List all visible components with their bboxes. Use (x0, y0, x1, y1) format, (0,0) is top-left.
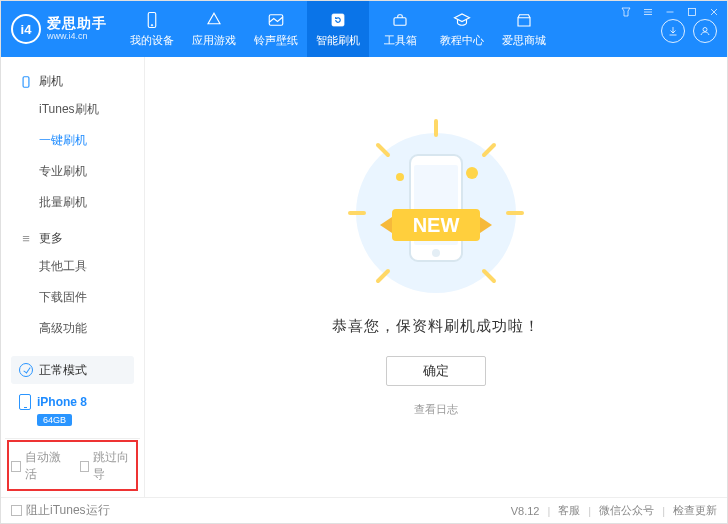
ok-button[interactable]: 确定 (386, 356, 486, 386)
tab-store[interactable]: 爱思商城 (493, 1, 555, 57)
toolbox-icon (391, 11, 409, 29)
brand-logo-icon: i4 (11, 14, 41, 44)
apps-icon (205, 11, 223, 29)
brand: i4 爱思助手 www.i4.cn (1, 1, 121, 57)
store-icon (515, 11, 533, 29)
phone-icon (143, 11, 161, 29)
svg-point-19 (466, 167, 478, 179)
brand-title: 爱思助手 (47, 16, 107, 31)
device-name: iPhone 8 (37, 395, 87, 409)
svg-rect-4 (394, 17, 406, 25)
close-icon[interactable] (707, 5, 721, 19)
graduation-icon (453, 11, 471, 29)
sidebar-item-oneclick-flash[interactable]: 一键刷机 (1, 125, 144, 156)
user-icon[interactable] (693, 19, 717, 43)
sidebar-item-download-firmware[interactable]: 下载固件 (1, 282, 144, 313)
sidebar-item-batch-flash[interactable]: 批量刷机 (1, 187, 144, 218)
more-icon: ≡ (19, 232, 33, 246)
tab-label: 爱思商城 (502, 33, 546, 48)
svg-point-20 (396, 173, 404, 181)
checkbox-skip-guide[interactable]: 跳过向导 (80, 449, 135, 483)
tab-label: 智能刷机 (316, 33, 360, 48)
svg-point-18 (432, 249, 440, 257)
sidebar-item-pro-flash[interactable]: 专业刷机 (1, 156, 144, 187)
device-row[interactable]: iPhone 8 64GB (11, 390, 134, 430)
refresh-icon (329, 11, 347, 29)
main-tabs: 我的设备 应用游戏 铃声壁纸 智能刷机 工具箱 教程中心 (121, 1, 619, 57)
main-content: NEW 恭喜您，保资料刷机成功啦！ 确定 查看日志 (145, 57, 727, 497)
checkbox-block-itunes[interactable]: 阻止iTunes运行 (11, 502, 110, 519)
success-message: 恭喜您，保资料刷机成功啦！ (332, 317, 540, 336)
image-icon (267, 11, 285, 29)
mode-label: 正常模式 (39, 362, 87, 379)
menu-icon[interactable] (641, 5, 655, 19)
minimize-icon[interactable] (663, 5, 677, 19)
sidebar-item-other-tools[interactable]: 其他工具 (1, 251, 144, 282)
maximize-icon[interactable] (685, 5, 699, 19)
sidebar-item-advanced[interactable]: 高级功能 (1, 313, 144, 344)
footer-link-support[interactable]: 客服 (558, 503, 580, 518)
app-header: i4 爱思助手 www.i4.cn 我的设备 应用游戏 铃声壁纸 智能刷机 (1, 1, 727, 57)
phone-outline-icon (19, 75, 33, 89)
tab-smart-flash[interactable]: 智能刷机 (307, 1, 369, 57)
version-label: V8.12 (511, 505, 540, 517)
footer: 阻止iTunes运行 V8.12 | 客服 | 微信公众号 | 检查更新 (1, 497, 727, 523)
svg-point-1 (151, 24, 153, 26)
tab-label: 铃声壁纸 (254, 33, 298, 48)
svg-text:NEW: NEW (413, 214, 460, 236)
view-log-link[interactable]: 查看日志 (414, 402, 458, 417)
sidebar: 刷机 iTunes刷机 一键刷机 专业刷机 批量刷机 ≡ 更多 其他工具 下载固… (1, 57, 145, 497)
svg-rect-7 (23, 76, 29, 87)
storage-badge: 64GB (37, 412, 126, 426)
check-circle-icon (19, 363, 33, 377)
checkbox-label: 阻止iTunes运行 (26, 502, 110, 519)
tab-ringtones-wallpapers[interactable]: 铃声壁纸 (245, 1, 307, 57)
brand-url: www.i4.cn (47, 32, 107, 42)
tab-tutorials[interactable]: 教程中心 (431, 1, 493, 57)
window-controls (619, 1, 727, 19)
tab-my-device[interactable]: 我的设备 (121, 1, 183, 57)
tab-label: 教程中心 (440, 33, 484, 48)
checkbox-label: 跳过向导 (93, 449, 134, 483)
tab-apps-games[interactable]: 应用游戏 (183, 1, 245, 57)
checkbox-auto-activate[interactable]: 自动激活 (11, 449, 66, 483)
tab-label: 我的设备 (130, 33, 174, 48)
footer-link-update[interactable]: 检查更新 (673, 503, 717, 518)
svg-rect-3 (332, 14, 344, 26)
theme-icon[interactable] (619, 5, 633, 19)
checkbox-label: 自动激活 (25, 449, 66, 483)
options-row: 自动激活 跳过向导 (5, 438, 140, 493)
svg-point-6 (703, 28, 707, 32)
svg-rect-5 (689, 9, 696, 16)
sidebar-group-flash: 刷机 (1, 67, 144, 92)
sidebar-item-itunes-flash[interactable]: iTunes刷机 (1, 94, 144, 125)
success-illustration: NEW (326, 113, 546, 303)
footer-link-wechat[interactable]: 微信公众号 (599, 503, 654, 518)
sidebar-group-label: 刷机 (39, 73, 63, 90)
mode-button[interactable]: 正常模式 (11, 356, 134, 384)
sidebar-group-more: ≡ 更多 (1, 224, 144, 249)
device-icon (19, 394, 31, 410)
tab-toolbox[interactable]: 工具箱 (369, 1, 431, 57)
download-icon[interactable] (661, 19, 685, 43)
sidebar-group-label: 更多 (39, 230, 63, 247)
tab-label: 应用游戏 (192, 33, 236, 48)
tab-label: 工具箱 (384, 33, 417, 48)
